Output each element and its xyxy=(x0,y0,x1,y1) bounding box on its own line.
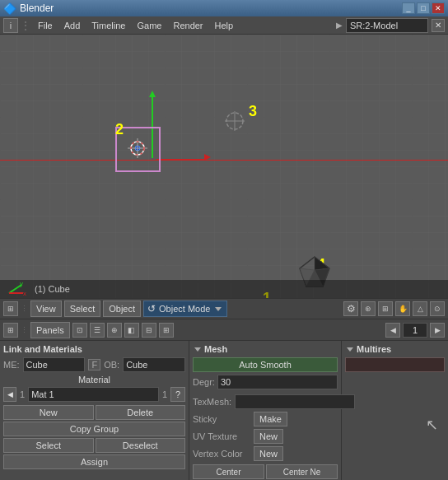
titlebar-title: Blender xyxy=(20,2,54,14)
mat-name-field[interactable] xyxy=(28,387,159,402)
center-ne-btn[interactable]: Center Ne xyxy=(266,464,338,479)
mat-row: ◀ 1 1 ? xyxy=(3,387,185,402)
render-icon[interactable]: ⚙ xyxy=(343,301,358,316)
mat-prev-btn[interactable]: ◀ xyxy=(3,387,16,402)
snap-icon[interactable]: ⊛ xyxy=(361,301,376,316)
transform-icon[interactable]: △ xyxy=(413,301,427,316)
view-menu-btn[interactable]: View xyxy=(30,301,62,317)
copy-group-btn[interactable]: Copy Group xyxy=(3,422,185,436)
svg-marker-12 xyxy=(315,257,329,270)
center-btns: Center Center Ne Center Cursor xyxy=(193,464,338,480)
panel-icon-3[interactable]: ⊕ xyxy=(107,323,122,338)
svg-text:y: y xyxy=(20,282,23,287)
mouse-cursor-icon: ↖ xyxy=(426,416,438,434)
select-menu-btn[interactable]: Select xyxy=(64,301,101,317)
mesh-panel: Mesh Auto Smooth Degr: TexMesh: Sticky M… xyxy=(189,341,342,480)
viewport-icon[interactable]: ⊞ xyxy=(3,301,18,316)
sr-input[interactable] xyxy=(346,18,428,33)
menu-separator-icon: ⋮ xyxy=(20,19,31,32)
deselect-btn[interactable]: Deselect xyxy=(96,438,186,453)
viewport-grid xyxy=(0,35,448,298)
mesh-header-text: Mesh xyxy=(204,344,227,354)
marker-3: 3 xyxy=(249,103,257,120)
menu-help[interactable]: Help xyxy=(210,19,239,32)
vertex-color-label: Vertex Color xyxy=(193,449,250,459)
mat-question-btn[interactable]: ? xyxy=(170,387,185,402)
vertex-color-row: Vertex Color New xyxy=(193,446,338,461)
multires-panel: Multires ↖ xyxy=(342,341,448,480)
panel-icon-2[interactable]: ☰ xyxy=(90,323,105,338)
object-mode-icon: ↺ xyxy=(147,303,156,315)
info-icon: i xyxy=(3,18,18,33)
texmesh-field[interactable] xyxy=(235,394,355,409)
page-prev-icon[interactable]: ◀ xyxy=(385,323,400,338)
minimize-button[interactable]: _ xyxy=(402,2,415,14)
x-axis-line xyxy=(0,160,448,161)
ob-label: OB: xyxy=(104,360,119,370)
page-number-input[interactable] xyxy=(403,323,427,338)
object-mode-select[interactable]: ↺ Object Mode xyxy=(143,301,227,317)
uv-texture-row: UV Texture New xyxy=(193,429,338,444)
mode-toolbar: ⊞ ⋮ View Select Object ↺ Object Mode ⚙ ⊛… xyxy=(0,298,448,319)
me-field[interactable] xyxy=(23,357,86,372)
panel-icon-1[interactable]: ⊡ xyxy=(72,323,87,338)
grid-icon[interactable]: ⊞ xyxy=(378,301,393,316)
menu-timeline[interactable]: Timeline xyxy=(86,19,130,32)
me-ob-row: ME: F OB: xyxy=(3,357,185,372)
layer-icon[interactable]: ⊙ xyxy=(430,301,445,316)
degr-input[interactable] xyxy=(217,375,338,389)
f-label: F xyxy=(88,359,100,370)
maximize-button[interactable]: □ xyxy=(417,2,430,14)
make-btn[interactable]: Make xyxy=(254,412,287,426)
x-axis-arrow xyxy=(156,159,206,161)
panel-icon-5[interactable]: ⊟ xyxy=(142,323,156,338)
select-btn[interactable]: Select xyxy=(3,438,94,453)
delete-btn[interactable]: Delete xyxy=(96,405,186,420)
degr-row: Degr: xyxy=(193,375,338,389)
menu-render[interactable]: Render xyxy=(168,19,208,32)
multires-header-text: Multires xyxy=(357,344,391,354)
panels-btn[interactable]: Panels xyxy=(30,322,70,338)
panel-icon-6[interactable]: ⊞ xyxy=(159,323,174,338)
menu-file[interactable]: File xyxy=(33,19,58,32)
multires-header: Multires xyxy=(345,344,445,354)
object-menu-btn[interactable]: Object xyxy=(103,301,141,317)
viewport[interactable]: 1 2 3 4 x y (1) Cube xyxy=(0,35,448,298)
sr-arrow-icon: ▶ xyxy=(336,21,343,30)
sr-close-button[interactable]: ✕ xyxy=(432,19,445,32)
assign-btn[interactable]: Assign xyxy=(3,454,185,469)
viewport-status-bar: x y (1) Cube xyxy=(0,280,448,298)
degr-label: Degr: xyxy=(193,377,215,387)
texmesh-row: TexMesh: xyxy=(193,394,338,409)
panels-view-icon[interactable]: ⊞ xyxy=(3,323,18,338)
3d-cursor xyxy=(128,138,147,158)
material-text: Material xyxy=(78,375,110,384)
menu-add[interactable]: Add xyxy=(59,19,86,32)
mode-sep-1: ⋮ xyxy=(21,305,28,313)
mat-select-btns: Select Deselect Assign xyxy=(3,438,185,469)
mesh-header: Mesh xyxy=(193,344,338,354)
center-btn[interactable]: Center xyxy=(193,464,264,479)
new-uv-btn[interactable]: New xyxy=(254,429,283,444)
center-row: Center Center Ne xyxy=(193,464,338,479)
menu-game[interactable]: Game xyxy=(132,19,166,32)
close-button[interactable]: ✕ xyxy=(432,2,445,14)
sr-box: ▶ ✕ xyxy=(336,18,445,33)
panels-toolbar: ⊞ ⋮ Panels ⊡ ☰ ⊕ ◧ ⊟ ⊞ ◀ ▶ xyxy=(0,319,448,341)
new-btn[interactable]: New xyxy=(3,405,94,420)
multires-field[interactable] xyxy=(345,357,445,372)
link-materials-panel: Link and Materials ME: F OB: Material ◀ … xyxy=(0,341,189,480)
mat-num: 1 xyxy=(18,389,26,399)
cursor-at-3 xyxy=(223,110,246,133)
menubar: i ⋮ File Add Timeline Game Render Help ▶… xyxy=(0,16,448,35)
material-label: Material xyxy=(3,375,185,384)
ob-field[interactable] xyxy=(123,357,185,372)
axis-indicator: x y xyxy=(5,282,30,296)
panel-icon-4[interactable]: ◧ xyxy=(124,323,139,338)
page-next-icon[interactable]: ▶ xyxy=(430,323,445,338)
auto-smooth-btn[interactable]: Auto Smooth xyxy=(193,357,338,372)
new-vc-btn[interactable]: New xyxy=(254,446,283,461)
properties-panel: Link and Materials ME: F OB: Material ◀ … xyxy=(0,341,448,480)
multires-collapse-icon xyxy=(347,347,353,352)
prop-edit-icon[interactable]: ✋ xyxy=(395,301,410,316)
